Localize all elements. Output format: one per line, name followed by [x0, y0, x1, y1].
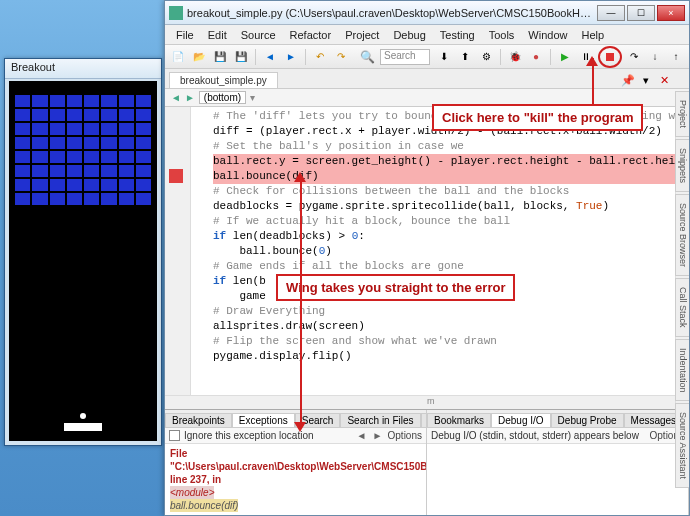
ball [80, 413, 86, 419]
breakpoint-icon[interactable]: ● [527, 48, 545, 66]
gutter[interactable] [165, 107, 191, 395]
step-over-icon[interactable]: ↷ [625, 48, 643, 66]
tab-stack-data[interactable]: Stack Data [421, 413, 426, 427]
menu-project[interactable]: Project [338, 27, 386, 43]
debug-io-body[interactable] [427, 444, 688, 515]
ide-title-text: breakout_simple.py (C:\Users\paul.craven… [187, 7, 595, 19]
tab-bookmarks[interactable]: Bookmarks [427, 413, 491, 427]
tab-exceptions[interactable]: Exceptions [232, 413, 295, 427]
minimize-button[interactable]: — [597, 5, 625, 21]
trace-prev-icon[interactable]: ◄ [356, 430, 368, 441]
tab-search[interactable]: Search [295, 413, 341, 427]
search-input[interactable]: Search [380, 49, 430, 65]
exception-body[interactable]: File "C:\Users\paul.craven\Desktop\WebSe… [165, 444, 426, 515]
pin-icon[interactable]: 📌 [621, 73, 635, 87]
editor-tab[interactable]: breakout_simple.py [169, 72, 278, 88]
tab-debug-io[interactable]: Debug I/O [491, 413, 551, 427]
forward-icon[interactable]: ► [282, 48, 300, 66]
toolbar: 📄 📂 💾 💾 ◄ ► ↶ ↷ 🔍 Search ⬇ ⬆ ⚙ 🐞 ● ▶ ⏸ ↷… [165, 45, 689, 69]
side-project[interactable]: Project [675, 91, 689, 137]
trace-module: <module> [170, 486, 214, 499]
error-marker-icon[interactable] [169, 169, 183, 183]
editor-nav: ◄ ► (bottom) ▾ [165, 89, 689, 107]
menu-refactor[interactable]: Refactor [283, 27, 339, 43]
editor-area: # The 'diff' lets you try to bounce the … [165, 107, 689, 515]
menu-debug[interactable]: Debug [386, 27, 432, 43]
stop-icon [606, 53, 614, 61]
options-dropdown[interactable]: Options [388, 430, 422, 441]
open-icon[interactable]: 📂 [190, 48, 208, 66]
side-tabs: Project Snippets Source Browser Call Sta… [675, 91, 689, 515]
editor-tabbar: breakout_simple.py [165, 69, 689, 89]
horizontal-scrollbar[interactable] [165, 395, 689, 409]
menu-help[interactable]: Help [574, 27, 611, 43]
tab-close-icon[interactable]: ✕ [657, 73, 671, 87]
side-indentation[interactable]: Indentation [675, 339, 689, 402]
side-source-browser[interactable]: Source Browser [675, 194, 689, 276]
trace-next-icon[interactable]: ► [372, 430, 384, 441]
menu-tools[interactable]: Tools [482, 27, 522, 43]
ide-window: breakout_simple.py (C:\Users\paul.craven… [164, 0, 690, 516]
step-in-icon[interactable]: ↓ [646, 48, 664, 66]
menu-window[interactable]: Window [521, 27, 574, 43]
menu-testing[interactable]: Testing [433, 27, 482, 43]
brick-grid [15, 95, 151, 205]
back-icon[interactable]: ◄ [261, 48, 279, 66]
side-source-assistant[interactable]: Source Assistant [675, 403, 689, 488]
bottom-panels: Breakpoints Exceptions Search Search in … [165, 409, 689, 515]
close-button[interactable]: × [657, 5, 685, 21]
paddle [64, 423, 102, 431]
scope-dropdown[interactable]: (bottom) [199, 91, 246, 104]
redo-icon[interactable]: ↷ [332, 48, 350, 66]
undo-icon[interactable]: ↶ [311, 48, 329, 66]
ignore-label: Ignore this exception location [184, 430, 314, 441]
tab-debug-probe[interactable]: Debug Probe [551, 413, 624, 427]
menu-source[interactable]: Source [234, 27, 283, 43]
search-up-icon[interactable]: ⬆ [456, 48, 474, 66]
exceptions-panel: Breakpoints Exceptions Search Search in … [165, 410, 427, 515]
trace-call: ball.bounce(dif) [170, 499, 238, 512]
nav-back-icon[interactable]: ◄ [171, 92, 181, 103]
search-icon: 🔍 [360, 50, 375, 64]
pause-icon[interactable]: ⏸ [577, 48, 595, 66]
ide-titlebar[interactable]: breakout_simple.py (C:\Users\paul.craven… [165, 1, 689, 25]
debug-io-panel: Bookmarks Debug I/O Debug Probe Messages… [427, 410, 689, 515]
dropdown-icon[interactable]: ▾ [639, 73, 653, 87]
code-editor[interactable]: # The 'diff' lets you try to bounce the … [165, 107, 689, 395]
maximize-button[interactable]: ☐ [627, 5, 655, 21]
tab-search-in-files[interactable]: Search in Files [340, 413, 420, 427]
chevron-down-icon[interactable]: ▾ [250, 92, 255, 103]
run-icon[interactable]: ▶ [556, 48, 574, 66]
stop-button[interactable] [601, 48, 619, 66]
ignore-checkbox[interactable] [169, 430, 180, 441]
search-down-icon[interactable]: ⬇ [435, 48, 453, 66]
side-snippets[interactable]: Snippets [675, 139, 689, 192]
tab-breakpoints[interactable]: Breakpoints [165, 413, 232, 427]
side-call-stack[interactable]: Call Stack [675, 278, 689, 337]
step-out-icon[interactable]: ↑ [667, 48, 685, 66]
breakout-window: Breakout [4, 58, 162, 446]
menu-edit[interactable]: Edit [201, 27, 234, 43]
menubar: File Edit Source Refactor Project Debug … [165, 25, 689, 45]
new-file-icon[interactable]: 📄 [169, 48, 187, 66]
save-all-icon[interactable]: 💾 [232, 48, 250, 66]
search-opts-icon[interactable]: ⚙ [477, 48, 495, 66]
debug-icon[interactable]: 🐞 [506, 48, 524, 66]
breakout-canvas [9, 81, 157, 441]
save-icon[interactable]: 💾 [211, 48, 229, 66]
debug-io-label: Debug I/O (stdin, stdout, stderr) appear… [431, 430, 639, 441]
nav-fwd-icon[interactable]: ► [185, 92, 195, 103]
wing-logo-icon [169, 6, 183, 20]
menu-file[interactable]: File [169, 27, 201, 43]
breakout-titlebar[interactable]: Breakout [5, 59, 161, 79]
stop-button-highlight [598, 46, 622, 68]
